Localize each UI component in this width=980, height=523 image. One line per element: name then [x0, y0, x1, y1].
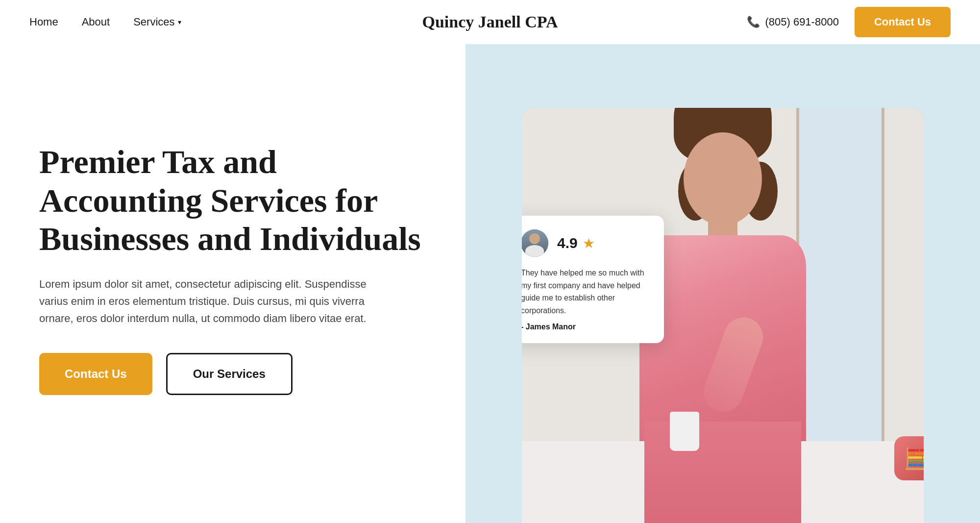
- navigation: Home About Services ▾ Quincy Janell CPA …: [0, 0, 980, 44]
- reviewer-avatar: [522, 229, 548, 257]
- nav-contact-button[interactable]: Contact Us: [855, 7, 951, 37]
- hero-left: Premier Tax and Accounting Services for …: [0, 44, 466, 523]
- review-header: 4.9 ★: [522, 229, 650, 257]
- nav-phone: 📞 (805) 691-8000: [747, 16, 838, 28]
- nav-right: 📞 (805) 691-8000 Contact Us: [747, 7, 951, 37]
- nav-about[interactable]: About: [82, 16, 110, 28]
- hero-section: Premier Tax and Accounting Services for …: [0, 0, 980, 523]
- review-text: They have helped me so much with my firs…: [522, 267, 650, 317]
- review-rating: 4.9 ★: [557, 235, 595, 251]
- phone-icon: 📞: [747, 16, 760, 28]
- nav-services-label: Services: [133, 16, 174, 28]
- coffee-cup: [670, 412, 699, 451]
- rating-number: 4.9: [557, 235, 578, 251]
- avatar-body: [525, 245, 544, 257]
- hero-subtext: Lorem ipsum dolor sit amet, consectetur …: [39, 275, 372, 327]
- hero-heading: Premier Tax and Accounting Services for …: [39, 143, 426, 258]
- site-logo: Quincy Janell CPA: [422, 13, 558, 31]
- hero-services-button[interactable]: Our Services: [166, 353, 293, 395]
- chevron-down-icon: ▾: [178, 18, 181, 26]
- person-suit-legs: [644, 422, 801, 523]
- nav-home[interactable]: Home: [29, 16, 58, 28]
- nav-services[interactable]: Services ▾: [133, 16, 181, 28]
- review-card: 4.9 ★ They have helped me so much with m…: [522, 216, 664, 343]
- nav-left: Home About Services ▾: [29, 16, 181, 28]
- phone-number: (805) 691-8000: [765, 16, 838, 28]
- avatar-figure: [522, 229, 548, 257]
- calculator-badge: 🧮: [894, 436, 924, 480]
- hero-image: 4.9 ★ They have helped me so much with m…: [522, 108, 924, 523]
- calculator-icon: 🧮: [904, 447, 924, 471]
- star-icon: ★: [583, 235, 595, 251]
- hero-contact-button[interactable]: Contact Us: [39, 353, 152, 395]
- reviewer-name: - James Manor: [522, 323, 650, 331]
- hero-buttons: Contact Us Our Services: [39, 353, 426, 395]
- avatar-head: [529, 233, 540, 244]
- hero-right: 4.9 ★ They have helped me so much with m…: [466, 44, 980, 523]
